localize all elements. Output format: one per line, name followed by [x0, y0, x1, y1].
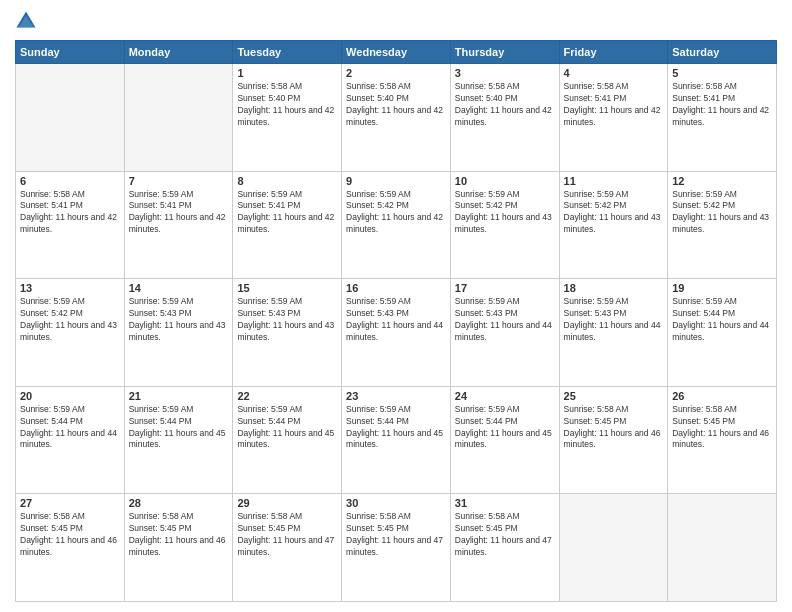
calendar-cell: 14Sunrise: 5:59 AMSunset: 5:43 PMDayligh… — [124, 279, 233, 387]
logo-icon — [15, 10, 37, 32]
calendar-cell — [559, 494, 668, 602]
day-number: 12 — [672, 175, 772, 187]
calendar-cell: 20Sunrise: 5:59 AMSunset: 5:44 PMDayligh… — [16, 386, 125, 494]
day-number: 6 — [20, 175, 120, 187]
day-number: 16 — [346, 282, 446, 294]
calendar-cell: 7Sunrise: 5:59 AMSunset: 5:41 PMDaylight… — [124, 171, 233, 279]
day-info: Sunrise: 5:59 AMSunset: 5:42 PMDaylight:… — [346, 189, 446, 237]
calendar-week-row: 6Sunrise: 5:58 AMSunset: 5:41 PMDaylight… — [16, 171, 777, 279]
day-number: 17 — [455, 282, 555, 294]
day-number: 20 — [20, 390, 120, 402]
calendar-week-row: 27Sunrise: 5:58 AMSunset: 5:45 PMDayligh… — [16, 494, 777, 602]
calendar-cell — [668, 494, 777, 602]
day-info: Sunrise: 5:59 AMSunset: 5:42 PMDaylight:… — [455, 189, 555, 237]
calendar-week-row: 1Sunrise: 5:58 AMSunset: 5:40 PMDaylight… — [16, 64, 777, 172]
day-info: Sunrise: 5:59 AMSunset: 5:44 PMDaylight:… — [20, 404, 120, 452]
weekday-header: Tuesday — [233, 41, 342, 64]
calendar-cell: 21Sunrise: 5:59 AMSunset: 5:44 PMDayligh… — [124, 386, 233, 494]
calendar-cell: 10Sunrise: 5:59 AMSunset: 5:42 PMDayligh… — [450, 171, 559, 279]
calendar-cell — [124, 64, 233, 172]
calendar-cell: 30Sunrise: 5:58 AMSunset: 5:45 PMDayligh… — [342, 494, 451, 602]
day-number: 28 — [129, 497, 229, 509]
day-info: Sunrise: 5:59 AMSunset: 5:43 PMDaylight:… — [129, 296, 229, 344]
day-number: 7 — [129, 175, 229, 187]
day-info: Sunrise: 5:58 AMSunset: 5:40 PMDaylight:… — [237, 81, 337, 129]
day-info: Sunrise: 5:59 AMSunset: 5:43 PMDaylight:… — [346, 296, 446, 344]
calendar-cell: 23Sunrise: 5:59 AMSunset: 5:44 PMDayligh… — [342, 386, 451, 494]
day-info: Sunrise: 5:58 AMSunset: 5:41 PMDaylight:… — [20, 189, 120, 237]
calendar-cell: 28Sunrise: 5:58 AMSunset: 5:45 PMDayligh… — [124, 494, 233, 602]
calendar-cell: 3Sunrise: 5:58 AMSunset: 5:40 PMDaylight… — [450, 64, 559, 172]
day-number: 3 — [455, 67, 555, 79]
header — [15, 10, 777, 32]
weekday-header-row: SundayMondayTuesdayWednesdayThursdayFrid… — [16, 41, 777, 64]
calendar-cell: 18Sunrise: 5:59 AMSunset: 5:43 PMDayligh… — [559, 279, 668, 387]
calendar-cell: 31Sunrise: 5:58 AMSunset: 5:45 PMDayligh… — [450, 494, 559, 602]
calendar-cell: 17Sunrise: 5:59 AMSunset: 5:43 PMDayligh… — [450, 279, 559, 387]
day-info: Sunrise: 5:59 AMSunset: 5:42 PMDaylight:… — [564, 189, 664, 237]
calendar-cell: 27Sunrise: 5:58 AMSunset: 5:45 PMDayligh… — [16, 494, 125, 602]
logo — [15, 10, 41, 32]
calendar-cell: 26Sunrise: 5:58 AMSunset: 5:45 PMDayligh… — [668, 386, 777, 494]
day-number: 15 — [237, 282, 337, 294]
day-info: Sunrise: 5:59 AMSunset: 5:42 PMDaylight:… — [20, 296, 120, 344]
day-number: 5 — [672, 67, 772, 79]
day-info: Sunrise: 5:58 AMSunset: 5:45 PMDaylight:… — [455, 511, 555, 559]
day-number: 9 — [346, 175, 446, 187]
calendar-week-row: 13Sunrise: 5:59 AMSunset: 5:42 PMDayligh… — [16, 279, 777, 387]
day-number: 31 — [455, 497, 555, 509]
page: SundayMondayTuesdayWednesdayThursdayFrid… — [0, 0, 792, 612]
calendar-cell: 19Sunrise: 5:59 AMSunset: 5:44 PMDayligh… — [668, 279, 777, 387]
day-info: Sunrise: 5:59 AMSunset: 5:44 PMDaylight:… — [346, 404, 446, 452]
day-info: Sunrise: 5:58 AMSunset: 5:45 PMDaylight:… — [237, 511, 337, 559]
day-info: Sunrise: 5:59 AMSunset: 5:43 PMDaylight:… — [455, 296, 555, 344]
day-number: 25 — [564, 390, 664, 402]
day-info: Sunrise: 5:58 AMSunset: 5:41 PMDaylight:… — [564, 81, 664, 129]
day-number: 11 — [564, 175, 664, 187]
calendar-cell: 29Sunrise: 5:58 AMSunset: 5:45 PMDayligh… — [233, 494, 342, 602]
day-info: Sunrise: 5:58 AMSunset: 5:45 PMDaylight:… — [346, 511, 446, 559]
day-number: 19 — [672, 282, 772, 294]
day-number: 8 — [237, 175, 337, 187]
day-info: Sunrise: 5:59 AMSunset: 5:44 PMDaylight:… — [129, 404, 229, 452]
day-number: 24 — [455, 390, 555, 402]
day-info: Sunrise: 5:59 AMSunset: 5:43 PMDaylight:… — [564, 296, 664, 344]
day-info: Sunrise: 5:59 AMSunset: 5:41 PMDaylight:… — [237, 189, 337, 237]
calendar-cell: 15Sunrise: 5:59 AMSunset: 5:43 PMDayligh… — [233, 279, 342, 387]
calendar-cell: 2Sunrise: 5:58 AMSunset: 5:40 PMDaylight… — [342, 64, 451, 172]
calendar-cell: 4Sunrise: 5:58 AMSunset: 5:41 PMDaylight… — [559, 64, 668, 172]
day-number: 27 — [20, 497, 120, 509]
calendar-table: SundayMondayTuesdayWednesdayThursdayFrid… — [15, 40, 777, 602]
day-info: Sunrise: 5:58 AMSunset: 5:45 PMDaylight:… — [20, 511, 120, 559]
weekday-header: Sunday — [16, 41, 125, 64]
day-info: Sunrise: 5:59 AMSunset: 5:44 PMDaylight:… — [237, 404, 337, 452]
weekday-header: Monday — [124, 41, 233, 64]
calendar-cell: 12Sunrise: 5:59 AMSunset: 5:42 PMDayligh… — [668, 171, 777, 279]
day-info: Sunrise: 5:58 AMSunset: 5:40 PMDaylight:… — [346, 81, 446, 129]
day-info: Sunrise: 5:59 AMSunset: 5:44 PMDaylight:… — [455, 404, 555, 452]
calendar-cell: 22Sunrise: 5:59 AMSunset: 5:44 PMDayligh… — [233, 386, 342, 494]
calendar-cell: 6Sunrise: 5:58 AMSunset: 5:41 PMDaylight… — [16, 171, 125, 279]
day-number: 18 — [564, 282, 664, 294]
calendar-cell — [16, 64, 125, 172]
weekday-header: Wednesday — [342, 41, 451, 64]
day-number: 21 — [129, 390, 229, 402]
day-number: 29 — [237, 497, 337, 509]
calendar-cell: 5Sunrise: 5:58 AMSunset: 5:41 PMDaylight… — [668, 64, 777, 172]
day-number: 10 — [455, 175, 555, 187]
day-info: Sunrise: 5:59 AMSunset: 5:44 PMDaylight:… — [672, 296, 772, 344]
day-number: 23 — [346, 390, 446, 402]
day-number: 4 — [564, 67, 664, 79]
day-number: 14 — [129, 282, 229, 294]
day-number: 2 — [346, 67, 446, 79]
day-number: 1 — [237, 67, 337, 79]
day-number: 26 — [672, 390, 772, 402]
calendar-week-row: 20Sunrise: 5:59 AMSunset: 5:44 PMDayligh… — [16, 386, 777, 494]
day-info: Sunrise: 5:58 AMSunset: 5:45 PMDaylight:… — [672, 404, 772, 452]
calendar-cell: 25Sunrise: 5:58 AMSunset: 5:45 PMDayligh… — [559, 386, 668, 494]
weekday-header: Friday — [559, 41, 668, 64]
day-number: 22 — [237, 390, 337, 402]
calendar-cell: 16Sunrise: 5:59 AMSunset: 5:43 PMDayligh… — [342, 279, 451, 387]
calendar-cell: 11Sunrise: 5:59 AMSunset: 5:42 PMDayligh… — [559, 171, 668, 279]
day-info: Sunrise: 5:59 AMSunset: 5:43 PMDaylight:… — [237, 296, 337, 344]
